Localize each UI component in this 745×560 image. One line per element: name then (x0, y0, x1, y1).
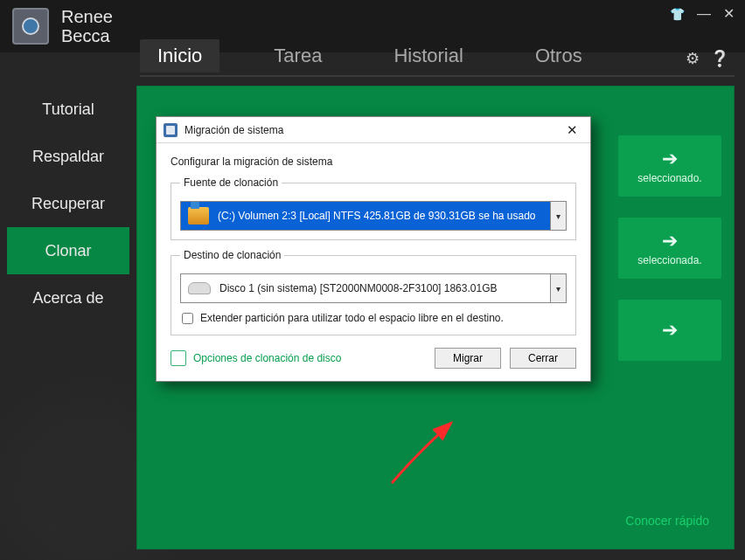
dest-value: Disco 1 (sin sistema) [ST2000NM0008-2F31… (219, 282, 498, 294)
sidebar-item-recuperar[interactable]: Recuperar (7, 180, 129, 227)
app-title: Renee Becca (61, 7, 113, 45)
header-icons: ⚙ ❔ (686, 49, 729, 68)
extend-partition-label: Extender partición para utilizar todo el… (200, 312, 504, 324)
app-name-line1: Renee (61, 7, 113, 26)
dialog-subtitle: Configurar la migración de sistema (171, 156, 576, 168)
action-card-2[interactable]: ➔ seleccionada. (618, 218, 721, 279)
tab-otros[interactable]: Otros (518, 39, 600, 73)
source-selected: (C:) Volumen 2:3 [Local] NTFS 425.81GB d… (181, 202, 550, 230)
source-legend: Fuente de clonación (180, 176, 282, 189)
card1-caption: seleccionado. (637, 172, 701, 184)
close-button[interactable]: Cerrar (510, 348, 576, 369)
tab-tarea[interactable]: Tarea (256, 39, 339, 73)
dest-fieldset: Destino de clonación Disco 1 (sin sistem… (171, 249, 576, 335)
sidebar-item-acerca[interactable]: Acerca de (7, 274, 129, 321)
volume-icon (188, 207, 209, 225)
dialog-icon (164, 123, 178, 137)
sidebar-item-clonar[interactable]: Clonar (7, 227, 129, 274)
dialog-titlebar: Migración de sistema ✕ (157, 117, 590, 143)
dest-selected: Disco 1 (sin sistema) [ST2000NM0008-2F31… (181, 274, 550, 302)
source-dropdown-button[interactable]: ▾ (550, 202, 566, 230)
quick-link[interactable]: Conocer rápido (625, 514, 709, 528)
dialog-body: Configurar la migración de sistema Fuent… (157, 143, 590, 381)
tab-underline (140, 75, 735, 77)
source-value: (C:) Volumen 2:3 [Local] NTFS 425.81GB d… (218, 210, 536, 222)
action-card-3[interactable]: ➔ (618, 300, 721, 361)
dialog-footer: Opciones de clonación de disco Migrar Ce… (171, 348, 576, 369)
tab-historial[interactable]: Historial (376, 39, 480, 73)
dialog-close-button[interactable]: ✕ (561, 122, 583, 138)
gear-icon[interactable]: ⚙ (686, 49, 700, 68)
extend-partition-checkbox[interactable] (182, 313, 193, 324)
disk-icon (188, 282, 211, 294)
card2-caption: seleccionada. (637, 254, 701, 266)
minimize-button[interactable]: — (697, 6, 711, 22)
app-logo (12, 8, 49, 45)
close-window-button[interactable]: ✕ (723, 5, 735, 22)
main-tabs: Inicio Tarea Historial Otros (140, 35, 600, 77)
dest-dropdown-button[interactable]: ▾ (550, 274, 566, 302)
options-icon (171, 350, 186, 366)
dialog-title: Migración de sistema (185, 124, 283, 136)
clone-options-label: Opciones de clonación de disco (193, 352, 341, 364)
action-card-1[interactable]: ➔ seleccionado. (618, 135, 721, 197)
dest-combo[interactable]: Disco 1 (sin sistema) [ST2000NM0008-2F31… (180, 273, 567, 303)
help-icon[interactable]: ❔ (710, 49, 729, 68)
dest-legend: Destino de clonación (180, 249, 284, 261)
sidebar: Tutorial Respaldar Recuperar Clonar Acer… (7, 86, 129, 321)
pin-icon[interactable]: 👕 (670, 7, 685, 21)
arrow-right-icon: ➔ (662, 148, 678, 170)
window-controls: 👕 — ✕ (670, 5, 735, 22)
source-combo[interactable]: (C:) Volumen 2:3 [Local] NTFS 425.81GB d… (180, 201, 567, 231)
arrow-right-icon: ➔ (662, 319, 678, 342)
arrow-right-icon: ➔ (662, 230, 678, 252)
source-fieldset: Fuente de clonación (C:) Volumen 2:3 [Lo… (171, 176, 576, 240)
migrate-button[interactable]: Migrar (435, 348, 501, 369)
app-name-line2: Becca (61, 26, 113, 45)
clone-options-link[interactable]: Opciones de clonación de disco (171, 350, 341, 366)
tab-inicio[interactable]: Inicio (140, 39, 219, 73)
sidebar-item-respaldar[interactable]: Respaldar (7, 133, 129, 180)
sidebar-item-tutorial[interactable]: Tutorial (7, 86, 129, 133)
migration-dialog: Migración de sistema ✕ Configurar la mig… (156, 116, 591, 382)
